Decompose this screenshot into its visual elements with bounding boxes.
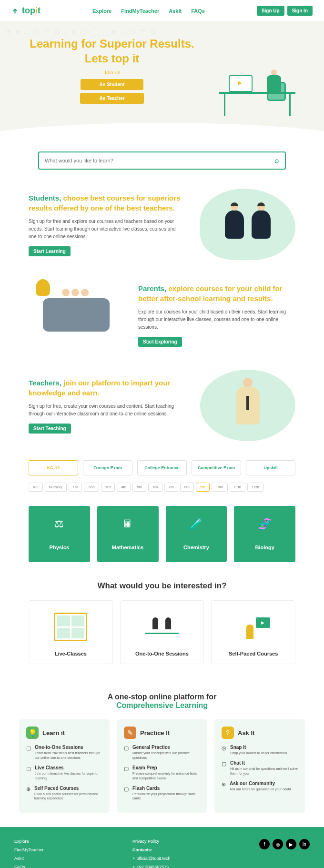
category-tab-2[interactable]: College Entrance bbox=[137, 460, 187, 475]
platform-card-icon: ? bbox=[222, 727, 234, 739]
footer-link-faqs[interactable]: FAQs bbox=[14, 865, 44, 868]
subjects-grid: ⚖Physics🖩Mathematics🧪Chemistry🧬Biology bbox=[0, 501, 324, 567]
instagram-icon[interactable]: ◎ bbox=[273, 839, 283, 849]
parents-illustration bbox=[29, 279, 124, 351]
grade-tab-8th[interactable]: 8th bbox=[180, 483, 194, 492]
platform-item: ⊛Self Paced CoursesBook a self paced cou… bbox=[26, 786, 102, 801]
youtube-icon[interactable]: ▶ bbox=[286, 839, 296, 849]
platform-card-icon: 💡 bbox=[26, 727, 39, 739]
hero-join: Join us bbox=[24, 70, 200, 75]
students-heading: Students, choose best courses for superi… bbox=[29, 193, 186, 213]
platform-item: ▢Chat ItHit us in our chat for questions… bbox=[222, 760, 298, 776]
interest-self-paced[interactable]: Self-Paced Courses bbox=[211, 600, 295, 664]
logo[interactable]: topit bbox=[11, 6, 40, 16]
subject-mathematics[interactable]: 🖩Mathematics bbox=[97, 506, 159, 562]
teachers-body: Sign up for free, create your own course… bbox=[29, 403, 186, 418]
grade-tabs: KGNursery1st2nd3rd4th5th6th7th8th9th10th… bbox=[29, 483, 295, 492]
signin-button[interactable]: Sign In bbox=[287, 6, 313, 16]
nav-askit[interactable]: AskIt bbox=[169, 8, 182, 14]
footer-links: ExploreFindMyTeacherAskItFAQs bbox=[14, 839, 44, 868]
as-teacher-button[interactable]: As Teacher bbox=[80, 93, 143, 104]
footer-link-askit[interactable]: AskIt bbox=[14, 856, 44, 861]
grade-tab-7th[interactable]: 7th bbox=[164, 483, 178, 492]
chemistry-icon: 🧪 bbox=[171, 518, 223, 530]
signup-button[interactable]: Sign Up bbox=[257, 6, 284, 16]
grade-tab-4th[interactable]: 4th bbox=[117, 483, 131, 492]
search-icon[interactable]: ⌕ bbox=[274, 156, 279, 165]
category-tab-4[interactable]: Upskill bbox=[246, 460, 295, 475]
platform-cards: 💡Learn it▢One-to-One SessionsLearn from … bbox=[19, 719, 305, 813]
teachers-heading: Teachers, join our platform to impart yo… bbox=[29, 378, 186, 398]
interest-live-classes[interactable]: Live-Classes bbox=[29, 600, 113, 664]
students-illustration bbox=[200, 189, 295, 260]
platform-card-icon: ✎ bbox=[124, 727, 136, 739]
nav-findteacher[interactable]: FindMyTeacher bbox=[121, 8, 159, 14]
grade-tab-1st[interactable]: 1st bbox=[69, 483, 82, 492]
facebook-icon[interactable]: f bbox=[259, 839, 270, 849]
search-input[interactable] bbox=[45, 156, 274, 165]
grade-tab-Nursery[interactable]: Nursery bbox=[45, 483, 67, 492]
footer-link-findmyteacher[interactable]: FindMyTeacher bbox=[14, 848, 44, 852]
start-exploring-button[interactable]: Start Exploring bbox=[138, 337, 182, 347]
start-teaching-button[interactable]: Start Teaching bbox=[29, 424, 71, 434]
nav-faqs[interactable]: FAQs bbox=[191, 8, 205, 14]
platform-title: A one-stop online platform for bbox=[19, 693, 305, 701]
footer-link-explore[interactable]: Explore bbox=[14, 839, 44, 844]
platform-card-practice-it: ✎Practice It▢General PracticeMaster your… bbox=[117, 719, 207, 813]
footer-phone[interactable]: ∘ +92 3045687575 bbox=[132, 865, 171, 868]
grade-tab-KG[interactable]: KG bbox=[29, 483, 43, 492]
category-tab-0[interactable]: KG-12 bbox=[29, 460, 78, 475]
platform-item: ▢Exam PrepPrepare comprehensively for en… bbox=[124, 765, 200, 781]
linkedin-icon[interactable]: in bbox=[299, 839, 310, 849]
category-tab-3[interactable]: Competitive Exam bbox=[192, 460, 241, 475]
start-learning-button[interactable]: Start Learning bbox=[29, 246, 71, 256]
grade-tab-10th[interactable]: 10th bbox=[212, 483, 228, 492]
grade-tab-6th[interactable]: 6th bbox=[148, 483, 162, 492]
grade-tab-2nd[interactable]: 2nd bbox=[84, 483, 99, 492]
physics-icon: ⚖ bbox=[33, 518, 85, 530]
platform-subtitle: Comprehensive Learning bbox=[19, 701, 305, 710]
subject-biology[interactable]: 🧬Biology bbox=[234, 506, 295, 562]
parents-heading: Parents, explore courses for your child … bbox=[138, 283, 295, 303]
category-tab-1[interactable]: Foreign Exam bbox=[83, 460, 132, 475]
search-bar[interactable]: ⌕ bbox=[38, 151, 286, 170]
footer-contacts-label: Contacts: bbox=[132, 848, 171, 852]
grade-tab-5th[interactable]: 5th bbox=[132, 483, 146, 492]
platform-card-ask-it: ?Ask It◎Snap ItSnap your doubts to us fo… bbox=[214, 719, 305, 813]
grade-tab-11th[interactable]: 11th bbox=[230, 483, 246, 492]
hero-title: Learning for Superior Results. Lets top … bbox=[24, 36, 200, 66]
platform-item: ▢Flash CardsPersonalize your preparation… bbox=[124, 786, 200, 801]
platform-item: ▢Live ClassesJoin our interactive live c… bbox=[26, 765, 102, 781]
subject-chemistry[interactable]: 🧪Chemistry bbox=[166, 506, 227, 562]
footer-privacy[interactable]: Privacy Policy bbox=[132, 839, 171, 844]
parents-body: Explore our courses for your child based… bbox=[138, 308, 295, 331]
subject-physics[interactable]: ⚖Physics bbox=[29, 506, 90, 562]
platform-item: ⊛Ask our CommunityAsk our tutors for gui… bbox=[222, 781, 298, 792]
platform-item: ◎Snap ItSnap your doubts to us for clari… bbox=[222, 745, 298, 756]
hero-illustration bbox=[214, 37, 300, 103]
grade-tab-12th[interactable]: 12th bbox=[247, 483, 263, 492]
grade-tab-3rd[interactable]: 3rd bbox=[101, 483, 115, 492]
interest-title: What would you be interested in? bbox=[29, 581, 295, 591]
platform-item: ▢One-to-One SessionsLearn from Pakistan'… bbox=[26, 745, 102, 760]
as-student-button[interactable]: As Student bbox=[81, 79, 144, 90]
platform-item: ▢General PracticeMaster your concepts wi… bbox=[124, 745, 200, 760]
platform-card-learn-it: 💡Learn it▢One-to-One SessionsLearn from … bbox=[19, 719, 110, 813]
nav-explore[interactable]: Explore bbox=[92, 8, 111, 14]
grade-tab-9th[interactable]: 9th bbox=[196, 483, 210, 492]
teachers-illustration bbox=[200, 370, 295, 441]
footer-email[interactable]: ∘ official@topit.tech bbox=[132, 856, 171, 861]
mathematics-icon: 🖩 bbox=[102, 518, 154, 530]
interest-one-to-one[interactable]: One-to-One Sessions bbox=[120, 600, 204, 664]
category-tabs: KG-12Foreign ExamCollege EntranceCompeti… bbox=[29, 460, 295, 475]
biology-icon: 🧬 bbox=[239, 518, 291, 530]
students-body: Sign up for free and explore our courses… bbox=[29, 218, 186, 241]
